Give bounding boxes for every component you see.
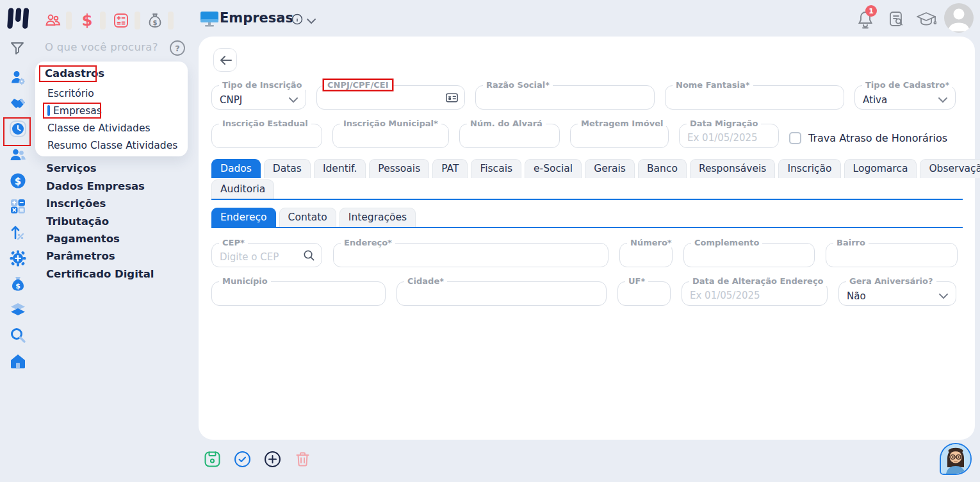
metragem-imovel-field[interactable]: Metragem Imóvel [570, 124, 669, 148]
menu-item-escritorio[interactable]: Escritório [47, 88, 94, 99]
trava-atraso-label: Trava Atraso de Honorários [808, 132, 947, 144]
tab-inscricao[interactable]: Inscrição [778, 159, 840, 178]
separator [100, 12, 106, 29]
municipio-field[interactable]: Município [211, 281, 386, 306]
menu-section-servicos[interactable]: Serviços [46, 162, 97, 174]
tab-banco[interactable]: Banco [638, 159, 687, 178]
inscricao-municipal-field[interactable]: Inscrição Municipal* [332, 124, 449, 148]
data-migracao-field[interactable]: Data Migração [679, 124, 779, 148]
calculator-icon-top[interactable] [112, 12, 130, 29]
num-alvara-field[interactable]: Núm. do Alvará [459, 124, 560, 148]
settings-icon[interactable] [9, 249, 27, 267]
info-icon[interactable] [291, 13, 303, 25]
tab-logomarca[interactable]: Logomarca [844, 159, 917, 178]
chevron-down-icon [938, 97, 948, 103]
trava-atraso-checkbox[interactable] [789, 132, 801, 144]
subtab-integracoes[interactable]: Integrações [339, 208, 416, 227]
bairro-field[interactable]: Bairro [826, 243, 958, 267]
tab-responsaveis[interactable]: Responsáveis [690, 159, 776, 178]
menu-item-classe-de-atividades[interactable]: Classe de Atividades [47, 122, 151, 134]
tipo-de-inscricao-select[interactable]: Tipo de Inscrição CNPJ [211, 85, 306, 110]
cidade-field[interactable]: Cidade* [396, 281, 607, 306]
menu-section-inscricoes[interactable]: Inscrições [46, 197, 106, 210]
confirm-button[interactable] [234, 451, 251, 468]
field-label-annotated: CNPJ/CPF/CEI [324, 80, 392, 90]
tab-datas[interactable]: Datas [264, 159, 311, 178]
tab-fiscais[interactable]: Fiscais [471, 159, 521, 178]
menu-section-tributacao[interactable]: Tributação [46, 215, 109, 228]
tab-pessoais[interactable]: Pessoais [369, 159, 429, 178]
field-label: Tipo de Inscrição [219, 80, 306, 90]
clock-icon[interactable] [9, 120, 27, 138]
data-alteracao-endereco-field[interactable]: Data de Alteração Endereço [682, 281, 828, 306]
complemento-field[interactable]: Complemento [683, 243, 815, 267]
separator [135, 12, 140, 29]
field-label: Endereço* [341, 238, 395, 247]
team-icon[interactable] [9, 146, 27, 164]
delete-button[interactable] [294, 451, 311, 468]
nome-fantasia-field[interactable]: Nome Fantasia* [665, 85, 844, 110]
dollar-icon[interactable]: $ [78, 12, 96, 29]
app-logo[interactable] [6, 6, 31, 30]
help-icon[interactable]: ? [169, 40, 186, 56]
uf-field[interactable]: UF* [617, 281, 671, 306]
tab-identif[interactable]: Identif. [314, 159, 366, 178]
tab-gerais[interactable]: Gerais [585, 159, 635, 178]
search-input[interactable]: O que você procura? [45, 41, 158, 53]
chat-assistant-avatar[interactable] [940, 443, 972, 475]
filter-icon[interactable] [10, 40, 25, 56]
subtab-endereco[interactable]: Endereço [211, 208, 276, 227]
field-label: Cidade* [404, 276, 447, 286]
field-label: Inscrição Municipal* [340, 119, 441, 128]
menu-item-empresas[interactable]: Empresas [47, 105, 102, 117]
svg-text:$: $ [153, 19, 158, 26]
handshake-icon[interactable] [9, 94, 27, 112]
svg-text:$: $ [82, 12, 93, 29]
cnpj-cpf-cei-field[interactable]: CNPJ/CPF/CEI [316, 85, 465, 110]
document-search-icon[interactable] [888, 11, 905, 28]
endereco-field[interactable]: Endereço* [333, 243, 608, 267]
graduation-cap-icon[interactable] [916, 10, 936, 29]
tipo-de-cadastro-select[interactable]: Tipo de Cadastro* Ativa [854, 85, 956, 110]
subtab-contato[interactable]: Contato [279, 208, 336, 227]
menu-section-dados-empresas[interactable]: Dados Empresas [46, 180, 145, 192]
field-label: UF* [625, 276, 648, 286]
menu-item-resumo-classe-atividades[interactable]: Resumo Classe Atividades [47, 140, 177, 151]
field-label: Razão Social* [483, 80, 553, 90]
growth-icon[interactable] [9, 223, 27, 241]
user-settings-icon[interactable] [9, 69, 27, 87]
tab-dados[interactable]: Dados [211, 159, 261, 178]
menu-section-pagamentos[interactable]: Pagamentos [46, 233, 120, 245]
user-avatar[interactable] [944, 3, 974, 33]
menu-title-cadastros[interactable]: Cadastros [45, 67, 104, 79]
finance-icon[interactable]: $ [9, 172, 27, 190]
field-label: Data de Alteração Endereço [689, 276, 827, 286]
money-bag-icon-top[interactable]: $ [146, 12, 164, 29]
menu-section-certificado-digital[interactable]: Certificado Digital [46, 268, 154, 280]
monitor-icon [200, 10, 219, 28]
cep-field[interactable]: CEP* [211, 243, 322, 267]
search-icon-side[interactable] [9, 326, 27, 344]
chevron-down-icon [288, 97, 298, 103]
tab-auditoria[interactable]: Auditoria [211, 179, 274, 199]
money-bag-icon-side[interactable]: $ [9, 275, 27, 293]
inscricao-estadual-field[interactable]: Inscrição Estadual [211, 124, 322, 148]
save-button[interactable] [204, 451, 221, 468]
add-button[interactable] [264, 451, 281, 468]
people-icon[interactable] [44, 12, 62, 29]
svg-text:$: $ [15, 176, 21, 187]
calculator-icon-side[interactable] [9, 197, 27, 215]
back-button[interactable] [213, 48, 237, 72]
notification-badge: 1 [865, 5, 877, 17]
numero-field[interactable]: Número* [619, 243, 673, 267]
chevron-down-icon-title[interactable] [306, 15, 316, 23]
menu-section-parametros[interactable]: Parâmetros [46, 250, 115, 262]
gera-aniversario-select[interactable]: Gera Aniversário? Não [838, 281, 956, 306]
razao-social-field[interactable]: Razão Social* [475, 85, 655, 110]
layers-icon[interactable] [9, 301, 27, 319]
tab-pat[interactable]: PAT [432, 159, 468, 178]
tab-observacao[interactable]: Observação [920, 159, 980, 178]
home-icon[interactable] [9, 353, 27, 370]
field-label: Município [219, 276, 271, 286]
tab-esocial[interactable]: e-Social [525, 159, 582, 178]
